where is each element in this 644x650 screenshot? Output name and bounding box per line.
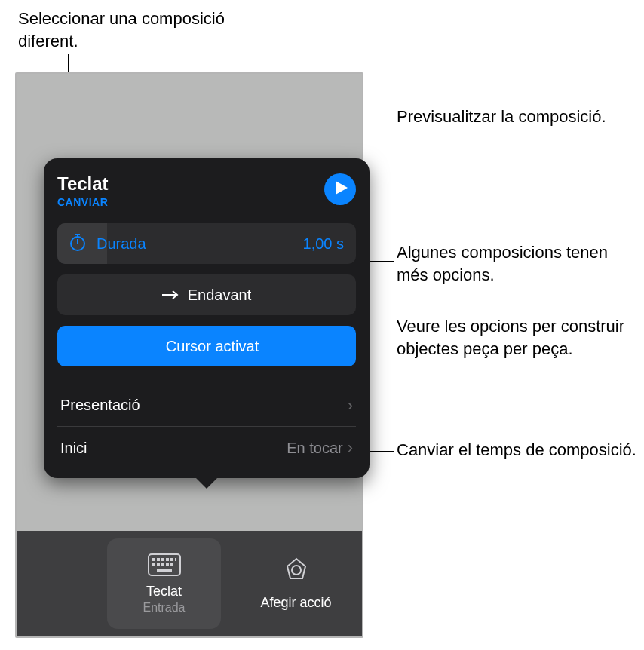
svg-rect-9 bbox=[161, 563, 164, 566]
chevron-right-icon: › bbox=[348, 396, 353, 415]
build-item-teclat[interactable]: Teclat Entrada bbox=[107, 538, 221, 629]
keyboard-icon bbox=[148, 553, 181, 579]
popover-title: Teclat bbox=[57, 173, 109, 195]
change-button[interactable]: CANVIAR bbox=[57, 196, 109, 208]
direction-button[interactable]: Endavant bbox=[57, 274, 356, 315]
annotation-change-timing: Canviar el temps de composició. bbox=[397, 439, 636, 461]
svg-rect-4 bbox=[166, 558, 169, 561]
svg-rect-2 bbox=[157, 558, 160, 561]
svg-rect-1 bbox=[152, 558, 155, 561]
presentation-label: Presentació bbox=[60, 397, 140, 414]
svg-rect-8 bbox=[157, 563, 160, 566]
duration-value: 1,00 s bbox=[303, 235, 344, 253]
annotation-more-options: Algunes composicions tenen més opcions. bbox=[397, 241, 638, 286]
stopwatch-icon bbox=[69, 233, 86, 254]
annotation-piece-by-piece: Veure les opcions per construir objectes… bbox=[397, 315, 638, 360]
svg-rect-3 bbox=[161, 558, 164, 561]
annotation-preview: Previsualitzar la composició. bbox=[397, 106, 606, 128]
popover-arrow bbox=[195, 477, 219, 489]
svg-rect-11 bbox=[170, 563, 173, 566]
editor-canvas: Teclat Entrada Afegir acció Teclat CANVI… bbox=[15, 72, 363, 638]
start-label: Inici bbox=[60, 440, 87, 457]
action-icon bbox=[281, 557, 311, 590]
svg-point-13 bbox=[292, 566, 301, 575]
svg-rect-7 bbox=[152, 563, 155, 566]
start-value: En tocar bbox=[287, 440, 342, 457]
animation-popover: Teclat CANVIAR Durada 1,00 s bbox=[44, 158, 370, 478]
annotation-select-different: Seleccionar una composició diferent. bbox=[18, 8, 259, 52]
build-order-bar: Teclat Entrada Afegir acció bbox=[17, 531, 362, 636]
build-item-label: Afegir acció bbox=[260, 595, 331, 611]
text-delivery-button[interactable]: Cursor activat bbox=[57, 326, 356, 366]
build-item-sublabel: Entrada bbox=[143, 601, 185, 615]
build-item-label: Teclat bbox=[146, 584, 182, 599]
presentation-row[interactable]: Presentació › bbox=[57, 385, 356, 427]
duration-label: Durada bbox=[97, 235, 303, 253]
duration-slider[interactable]: Durada 1,00 s bbox=[57, 223, 356, 264]
arrow-right-icon bbox=[162, 287, 179, 304]
start-row[interactable]: Inici En tocar › bbox=[57, 427, 356, 469]
play-icon bbox=[333, 181, 348, 198]
popover-header: Teclat CANVIAR bbox=[57, 173, 356, 208]
preview-button[interactable] bbox=[324, 173, 356, 205]
build-item-add-action[interactable]: Afegir acció bbox=[239, 538, 353, 629]
chevron-right-icon: › bbox=[348, 438, 353, 458]
cursor-divider-icon bbox=[155, 337, 155, 355]
direction-label: Endavant bbox=[188, 287, 252, 304]
svg-rect-6 bbox=[175, 558, 176, 561]
svg-rect-5 bbox=[170, 558, 173, 561]
svg-rect-10 bbox=[166, 563, 169, 566]
svg-rect-12 bbox=[157, 569, 172, 572]
text-delivery-label: Cursor activat bbox=[166, 338, 259, 355]
